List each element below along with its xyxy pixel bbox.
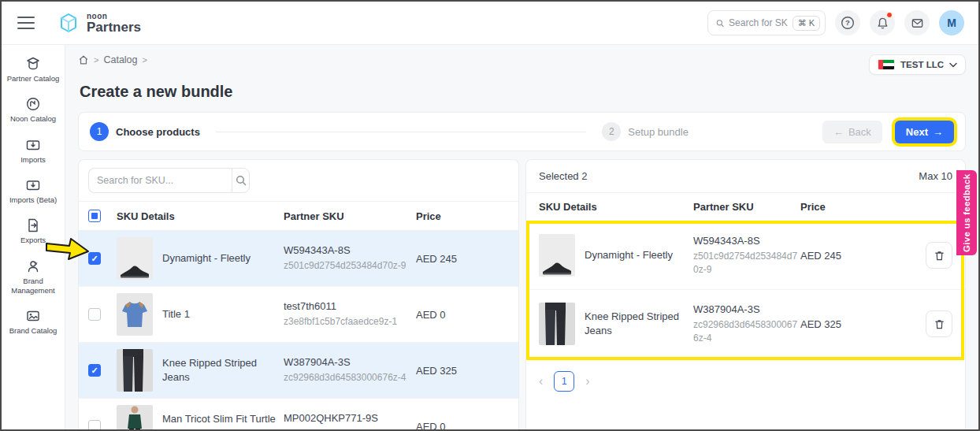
mail-icon — [911, 17, 924, 30]
logo-noon-text: noon — [87, 13, 141, 20]
help-icon: ? — [841, 16, 855, 30]
app-window: noon Partners Search for SKU ... ⌘K ? M — [0, 0, 980, 431]
notifications-button[interactable] — [870, 10, 895, 35]
logo-partners-text: Partners — [87, 20, 141, 34]
search-icon — [236, 175, 247, 186]
noon-cube-icon — [57, 11, 80, 35]
pagination-page-1[interactable]: 1 — [554, 371, 574, 392]
trash-icon — [934, 250, 945, 262]
sku-search-input[interactable] — [88, 168, 232, 193]
step-choose-products: 1 Choose products — [90, 122, 200, 141]
command-icon: ⌘ — [798, 18, 807, 28]
column-sku-details: SKU Details — [539, 201, 693, 213]
notification-dot — [886, 12, 893, 18]
brand-management-icon — [25, 258, 41, 274]
sidebar-item-imports[interactable]: Imports — [3, 137, 63, 165]
bundle-stepper: 1 Choose products 2 Setup bundle ← Back … — [78, 112, 966, 151]
step2-badge: 2 — [602, 122, 621, 141]
breadcrumb-catalog-link[interactable]: Catalog — [103, 54, 137, 65]
back-button[interactable]: ← Back — [822, 121, 882, 143]
trash-icon — [934, 318, 945, 330]
column-partner-sku: Partner SKU — [284, 210, 416, 222]
uae-flag-icon — [878, 59, 895, 70]
product-list-panel: SKU Details Partner SKU Price Dynamight … — [78, 159, 519, 431]
sku-search-button[interactable] — [232, 168, 250, 193]
row-checkbox[interactable] — [88, 308, 101, 321]
sidebar-item-partner-catalog[interactable]: Partner Catalog — [3, 56, 63, 84]
home-icon[interactable] — [78, 54, 89, 65]
step-connector — [216, 132, 586, 132]
selected-row: Dynamight - Fleetly W594343A-8Sz501c9d27… — [526, 221, 965, 290]
global-search-placeholder: Search for SKU ... — [729, 17, 788, 28]
table-row[interactable]: Dynamight - Fleetly W594343A-8Sz501c9d27… — [79, 231, 518, 287]
chevron-down-icon — [949, 62, 957, 68]
selected-count-label: Selected 2 — [539, 170, 587, 182]
keyboard-shortcut-badge: ⌘K — [793, 16, 820, 31]
global-search-input[interactable]: Search for SKU ... ⌘K — [707, 10, 826, 35]
remove-product-button[interactable] — [926, 310, 952, 337]
brand-catalog-icon — [25, 308, 41, 324]
selected-table-header: SKU Details Partner SKU Price — [526, 193, 965, 221]
product-image-jeans — [539, 303, 575, 345]
row-checkbox[interactable] — [88, 364, 101, 377]
product-image-pullover — [117, 405, 153, 431]
product-image-tshirt — [117, 293, 153, 336]
table-row[interactable]: Title 1 test7th6011z3e8fbf1c5b7cfaaedce9… — [79, 287, 518, 343]
imports-icon — [25, 137, 41, 153]
sidebar-item-noon-catalog[interactable]: Noon Catalog — [3, 96, 63, 124]
product-image-sneaker — [539, 234, 575, 277]
page-title: Create a new bundle — [80, 83, 966, 101]
row-checkbox[interactable] — [88, 252, 101, 265]
product-image-jeans — [117, 349, 153, 392]
help-button[interactable]: ? — [835, 10, 860, 35]
messages-button[interactable] — [904, 10, 930, 35]
arrow-left-icon: ← — [833, 126, 844, 138]
feedback-tab[interactable]: Give us feedback — [956, 170, 977, 255]
remove-product-button[interactable] — [926, 242, 952, 269]
column-partner-sku: Partner SKU — [693, 201, 800, 213]
sidebar-item-brand-management[interactable]: Brand Management — [3, 258, 63, 296]
account-name: TEST LLC — [900, 60, 944, 69]
sidebar-item-brand-catalog[interactable]: Brand Catalog — [3, 308, 63, 336]
search-icon — [716, 18, 724, 28]
imports-beta-icon — [25, 177, 41, 193]
column-price: Price — [800, 201, 873, 213]
hamburger-menu-icon[interactable] — [17, 17, 35, 29]
column-sku-details: SKU Details — [117, 210, 284, 222]
selected-row: Knee Ripped Striped Jeans W387904A-3Szc9… — [526, 290, 965, 359]
table-row[interactable]: Knee Ripped Striped Jeans W387904A-3Szc9… — [79, 343, 518, 399]
arrow-right-icon: → — [933, 126, 943, 138]
product-table-header: SKU Details Partner SKU Price — [79, 201, 518, 231]
noon-catalog-icon — [25, 96, 41, 112]
pagination-next-icon[interactable]: › — [585, 375, 589, 388]
breadcrumb: > Catalog > — [78, 54, 147, 65]
pagination-prev-icon[interactable]: ‹ — [539, 375, 543, 388]
step-setup-bundle: 2 Setup bundle — [602, 122, 689, 141]
noon-partners-logo[interactable]: noon Partners — [57, 11, 141, 35]
row-checkbox[interactable] — [88, 420, 101, 431]
partner-catalog-icon — [25, 56, 41, 72]
product-image-sneaker — [117, 237, 153, 280]
sidebar-item-exports[interactable]: Exports — [3, 217, 63, 245]
sidebar: Partner Catalog Noon Catalog Imports Imp… — [2, 45, 65, 431]
sidebar-item-imports-beta[interactable]: Imports (Beta) — [3, 177, 63, 205]
account-selector[interactable]: TEST LLC — [869, 54, 966, 75]
svg-text:?: ? — [845, 18, 850, 27]
select-all-checkbox[interactable] — [88, 210, 101, 222]
step1-badge: 1 — [90, 122, 109, 141]
max-label: Max 10 — [919, 170, 952, 182]
main-content: > Catalog > TEST LLC Create a new bundle… — [65, 45, 978, 431]
table-row[interactable]: Man Tricot Slim Fit Turtle Neck Pullover… — [79, 399, 518, 431]
exports-icon — [25, 217, 41, 233]
bell-icon — [876, 17, 889, 30]
column-price: Price — [416, 210, 509, 222]
selected-products-panel: Selected 2 Max 10 SKU Details Partner SK… — [525, 159, 966, 431]
topbar: noon Partners Search for SKU ... ⌘K ? M — [2, 2, 978, 45]
pagination: ‹ 1 › — [526, 359, 965, 404]
sku-search-group — [88, 168, 250, 193]
next-button[interactable]: Next → — [895, 121, 954, 143]
user-avatar[interactable]: M — [939, 10, 964, 35]
